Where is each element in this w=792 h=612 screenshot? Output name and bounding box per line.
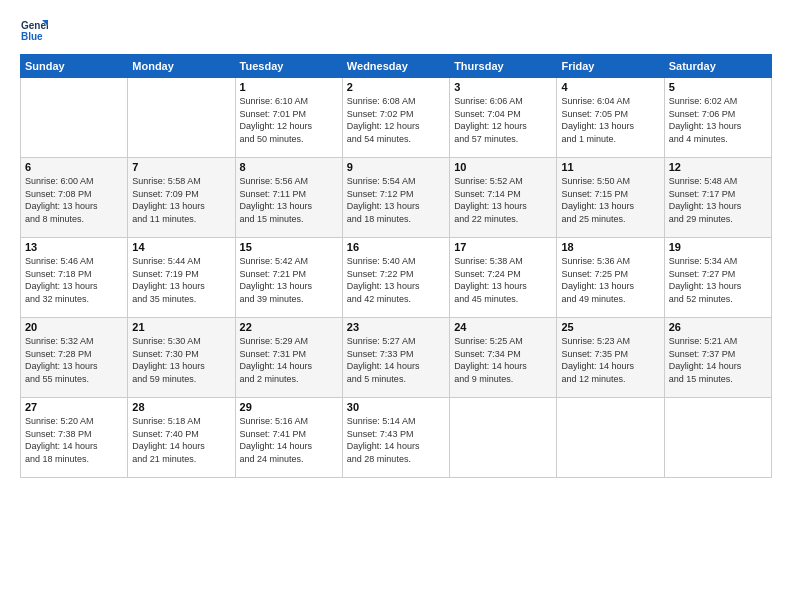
week-row-4: 20Sunrise: 5:32 AM Sunset: 7:28 PM Dayli… <box>21 318 772 398</box>
day-info: Sunrise: 5:40 AM Sunset: 7:22 PM Dayligh… <box>347 255 445 305</box>
weekday-header-row: SundayMondayTuesdayWednesdayThursdayFrid… <box>21 55 772 78</box>
day-number: 4 <box>561 81 659 93</box>
week-row-3: 13Sunrise: 5:46 AM Sunset: 7:18 PM Dayli… <box>21 238 772 318</box>
day-number: 14 <box>132 241 230 253</box>
day-info: Sunrise: 5:42 AM Sunset: 7:21 PM Dayligh… <box>240 255 338 305</box>
day-info: Sunrise: 5:25 AM Sunset: 7:34 PM Dayligh… <box>454 335 552 385</box>
day-number: 27 <box>25 401 123 413</box>
day-number: 22 <box>240 321 338 333</box>
day-info: Sunrise: 5:58 AM Sunset: 7:09 PM Dayligh… <box>132 175 230 225</box>
day-info: Sunrise: 5:56 AM Sunset: 7:11 PM Dayligh… <box>240 175 338 225</box>
day-info: Sunrise: 6:10 AM Sunset: 7:01 PM Dayligh… <box>240 95 338 145</box>
calendar-cell: 29Sunrise: 5:16 AM Sunset: 7:41 PM Dayli… <box>235 398 342 478</box>
calendar-cell: 23Sunrise: 5:27 AM Sunset: 7:33 PM Dayli… <box>342 318 449 398</box>
day-info: Sunrise: 5:34 AM Sunset: 7:27 PM Dayligh… <box>669 255 767 305</box>
day-number: 1 <box>240 81 338 93</box>
calendar-cell: 16Sunrise: 5:40 AM Sunset: 7:22 PM Dayli… <box>342 238 449 318</box>
day-number: 20 <box>25 321 123 333</box>
calendar-cell: 21Sunrise: 5:30 AM Sunset: 7:30 PM Dayli… <box>128 318 235 398</box>
calendar-cell: 13Sunrise: 5:46 AM Sunset: 7:18 PM Dayli… <box>21 238 128 318</box>
calendar-cell: 4Sunrise: 6:04 AM Sunset: 7:05 PM Daylig… <box>557 78 664 158</box>
day-info: Sunrise: 5:16 AM Sunset: 7:41 PM Dayligh… <box>240 415 338 465</box>
week-row-5: 27Sunrise: 5:20 AM Sunset: 7:38 PM Dayli… <box>21 398 772 478</box>
day-number: 10 <box>454 161 552 173</box>
day-number: 30 <box>347 401 445 413</box>
calendar-cell: 6Sunrise: 6:00 AM Sunset: 7:08 PM Daylig… <box>21 158 128 238</box>
calendar-cell: 20Sunrise: 5:32 AM Sunset: 7:28 PM Dayli… <box>21 318 128 398</box>
day-info: Sunrise: 5:29 AM Sunset: 7:31 PM Dayligh… <box>240 335 338 385</box>
day-info: Sunrise: 5:20 AM Sunset: 7:38 PM Dayligh… <box>25 415 123 465</box>
day-info: Sunrise: 6:00 AM Sunset: 7:08 PM Dayligh… <box>25 175 123 225</box>
day-info: Sunrise: 6:04 AM Sunset: 7:05 PM Dayligh… <box>561 95 659 145</box>
day-number: 9 <box>347 161 445 173</box>
day-number: 17 <box>454 241 552 253</box>
weekday-header-sunday: Sunday <box>21 55 128 78</box>
calendar-cell: 8Sunrise: 5:56 AM Sunset: 7:11 PM Daylig… <box>235 158 342 238</box>
weekday-header-thursday: Thursday <box>450 55 557 78</box>
day-number: 2 <box>347 81 445 93</box>
day-number: 7 <box>132 161 230 173</box>
day-number: 5 <box>669 81 767 93</box>
week-row-1: 1Sunrise: 6:10 AM Sunset: 7:01 PM Daylig… <box>21 78 772 158</box>
calendar-cell: 17Sunrise: 5:38 AM Sunset: 7:24 PM Dayli… <box>450 238 557 318</box>
day-info: Sunrise: 5:48 AM Sunset: 7:17 PM Dayligh… <box>669 175 767 225</box>
calendar-cell: 27Sunrise: 5:20 AM Sunset: 7:38 PM Dayli… <box>21 398 128 478</box>
day-number: 15 <box>240 241 338 253</box>
day-info: Sunrise: 5:46 AM Sunset: 7:18 PM Dayligh… <box>25 255 123 305</box>
day-number: 16 <box>347 241 445 253</box>
calendar-cell: 9Sunrise: 5:54 AM Sunset: 7:12 PM Daylig… <box>342 158 449 238</box>
day-info: Sunrise: 6:06 AM Sunset: 7:04 PM Dayligh… <box>454 95 552 145</box>
day-number: 13 <box>25 241 123 253</box>
weekday-header-wednesday: Wednesday <box>342 55 449 78</box>
calendar-cell: 5Sunrise: 6:02 AM Sunset: 7:06 PM Daylig… <box>664 78 771 158</box>
calendar-cell: 1Sunrise: 6:10 AM Sunset: 7:01 PM Daylig… <box>235 78 342 158</box>
day-number: 11 <box>561 161 659 173</box>
day-info: Sunrise: 5:38 AM Sunset: 7:24 PM Dayligh… <box>454 255 552 305</box>
calendar-cell <box>557 398 664 478</box>
weekday-header-saturday: Saturday <box>664 55 771 78</box>
day-info: Sunrise: 5:18 AM Sunset: 7:40 PM Dayligh… <box>132 415 230 465</box>
calendar-cell: 18Sunrise: 5:36 AM Sunset: 7:25 PM Dayli… <box>557 238 664 318</box>
day-number: 26 <box>669 321 767 333</box>
calendar-page: General Blue SundayMondayTuesdayWednesda… <box>0 0 792 612</box>
logo: General Blue <box>20 16 50 44</box>
calendar-cell: 14Sunrise: 5:44 AM Sunset: 7:19 PM Dayli… <box>128 238 235 318</box>
logo-icon: General Blue <box>20 16 48 44</box>
calendar-cell <box>450 398 557 478</box>
day-number: 6 <box>25 161 123 173</box>
calendar-cell: 30Sunrise: 5:14 AM Sunset: 7:43 PM Dayli… <box>342 398 449 478</box>
calendar-cell: 15Sunrise: 5:42 AM Sunset: 7:21 PM Dayli… <box>235 238 342 318</box>
calendar-cell: 22Sunrise: 5:29 AM Sunset: 7:31 PM Dayli… <box>235 318 342 398</box>
calendar-cell <box>21 78 128 158</box>
day-info: Sunrise: 5:32 AM Sunset: 7:28 PM Dayligh… <box>25 335 123 385</box>
day-number: 3 <box>454 81 552 93</box>
calendar-cell: 2Sunrise: 6:08 AM Sunset: 7:02 PM Daylig… <box>342 78 449 158</box>
day-info: Sunrise: 5:30 AM Sunset: 7:30 PM Dayligh… <box>132 335 230 385</box>
day-info: Sunrise: 5:44 AM Sunset: 7:19 PM Dayligh… <box>132 255 230 305</box>
day-number: 29 <box>240 401 338 413</box>
day-info: Sunrise: 6:08 AM Sunset: 7:02 PM Dayligh… <box>347 95 445 145</box>
weekday-header-friday: Friday <box>557 55 664 78</box>
day-number: 8 <box>240 161 338 173</box>
day-number: 18 <box>561 241 659 253</box>
calendar-cell: 10Sunrise: 5:52 AM Sunset: 7:14 PM Dayli… <box>450 158 557 238</box>
day-info: Sunrise: 5:50 AM Sunset: 7:15 PM Dayligh… <box>561 175 659 225</box>
day-number: 24 <box>454 321 552 333</box>
day-info: Sunrise: 5:54 AM Sunset: 7:12 PM Dayligh… <box>347 175 445 225</box>
calendar-cell: 25Sunrise: 5:23 AM Sunset: 7:35 PM Dayli… <box>557 318 664 398</box>
day-info: Sunrise: 5:14 AM Sunset: 7:43 PM Dayligh… <box>347 415 445 465</box>
calendar-cell: 11Sunrise: 5:50 AM Sunset: 7:15 PM Dayli… <box>557 158 664 238</box>
week-row-2: 6Sunrise: 6:00 AM Sunset: 7:08 PM Daylig… <box>21 158 772 238</box>
day-info: Sunrise: 5:36 AM Sunset: 7:25 PM Dayligh… <box>561 255 659 305</box>
day-number: 25 <box>561 321 659 333</box>
calendar-cell: 19Sunrise: 5:34 AM Sunset: 7:27 PM Dayli… <box>664 238 771 318</box>
calendar-cell: 28Sunrise: 5:18 AM Sunset: 7:40 PM Dayli… <box>128 398 235 478</box>
day-info: Sunrise: 5:23 AM Sunset: 7:35 PM Dayligh… <box>561 335 659 385</box>
calendar-cell: 7Sunrise: 5:58 AM Sunset: 7:09 PM Daylig… <box>128 158 235 238</box>
weekday-header-tuesday: Tuesday <box>235 55 342 78</box>
day-info: Sunrise: 5:27 AM Sunset: 7:33 PM Dayligh… <box>347 335 445 385</box>
calendar-cell <box>128 78 235 158</box>
calendar-cell: 3Sunrise: 6:06 AM Sunset: 7:04 PM Daylig… <box>450 78 557 158</box>
day-info: Sunrise: 6:02 AM Sunset: 7:06 PM Dayligh… <box>669 95 767 145</box>
weekday-header-monday: Monday <box>128 55 235 78</box>
